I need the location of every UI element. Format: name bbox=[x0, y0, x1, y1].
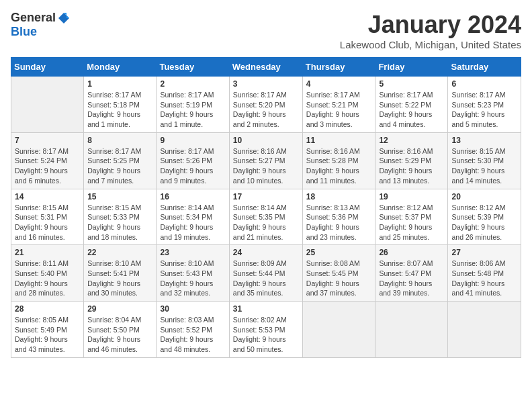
day-info: Sunrise: 8:10 AMSunset: 5:43 PMDaylight:… bbox=[160, 259, 214, 297]
day-cell: 22 Sunrise: 8:10 AMSunset: 5:41 PMDaylig… bbox=[84, 245, 157, 302]
day-cell: 15 Sunrise: 8:15 AMSunset: 5:33 PMDaylig… bbox=[84, 189, 157, 245]
day-info: Sunrise: 8:12 AMSunset: 5:37 PMDaylight:… bbox=[379, 203, 433, 241]
day-cell: 10 Sunrise: 8:16 AMSunset: 5:27 PMDaylig… bbox=[229, 132, 302, 189]
logo-blue-text: Blue bbox=[11, 25, 37, 38]
location: Lakewood Club, Michigan, United States bbox=[340, 39, 521, 50]
day-cell: 4 Sunrise: 8:17 AMSunset: 5:21 PMDayligh… bbox=[302, 77, 375, 133]
day-info: Sunrise: 8:17 AMSunset: 5:19 PMDaylight:… bbox=[160, 91, 214, 128]
day-number: 19 bbox=[379, 192, 444, 201]
day-info: Sunrise: 8:17 AMSunset: 5:23 PMDaylight:… bbox=[451, 91, 505, 128]
day-info: Sunrise: 8:14 AMSunset: 5:35 PMDaylight:… bbox=[233, 203, 287, 241]
day-number: 6 bbox=[451, 79, 517, 89]
day-number: 28 bbox=[15, 304, 80, 314]
day-cell: 8 Sunrise: 8:17 AMSunset: 5:25 PMDayligh… bbox=[84, 132, 157, 189]
day-cell: 19 Sunrise: 8:12 AMSunset: 5:37 PMDaylig… bbox=[375, 189, 448, 245]
day-number: 3 bbox=[233, 79, 299, 89]
day-cell: 16 Sunrise: 8:14 AMSunset: 5:34 PMDaylig… bbox=[157, 189, 229, 245]
week-row-3: 21 Sunrise: 8:11 AMSunset: 5:40 PMDaylig… bbox=[11, 245, 521, 302]
day-info: Sunrise: 8:13 AMSunset: 5:36 PMDaylight:… bbox=[306, 203, 360, 241]
day-number: 9 bbox=[160, 136, 225, 145]
header-day-saturday: Saturday bbox=[448, 58, 521, 77]
day-cell: 14 Sunrise: 8:15 AMSunset: 5:31 PMDaylig… bbox=[11, 189, 84, 245]
month-title: January 2024 bbox=[340, 11, 521, 39]
day-cell: 6 Sunrise: 8:17 AMSunset: 5:23 PMDayligh… bbox=[448, 77, 521, 133]
day-cell: 2 Sunrise: 8:17 AMSunset: 5:19 PMDayligh… bbox=[157, 77, 229, 133]
calendar-table: SundayMondayTuesdayWednesdayThursdayFrid… bbox=[11, 57, 521, 358]
day-info: Sunrise: 8:17 AMSunset: 5:22 PMDaylight:… bbox=[379, 91, 433, 128]
day-number: 12 bbox=[379, 136, 444, 145]
day-cell: 28 Sunrise: 8:05 AMSunset: 5:49 PMDaylig… bbox=[11, 302, 84, 358]
day-info: Sunrise: 8:12 AMSunset: 5:39 PMDaylight:… bbox=[451, 203, 505, 241]
day-cell bbox=[375, 302, 448, 358]
day-info: Sunrise: 8:17 AMSunset: 5:18 PMDaylight:… bbox=[87, 91, 141, 128]
day-cell: 23 Sunrise: 8:10 AMSunset: 5:43 PMDaylig… bbox=[157, 245, 229, 302]
day-number: 30 bbox=[160, 304, 225, 314]
day-info: Sunrise: 8:02 AMSunset: 5:53 PMDaylight:… bbox=[233, 316, 287, 353]
week-row-1: 7 Sunrise: 8:17 AMSunset: 5:24 PMDayligh… bbox=[11, 132, 521, 189]
day-number: 11 bbox=[306, 136, 372, 145]
day-cell: 7 Sunrise: 8:17 AMSunset: 5:24 PMDayligh… bbox=[11, 132, 84, 189]
day-number: 1 bbox=[87, 79, 152, 89]
day-number: 8 bbox=[87, 136, 152, 145]
day-info: Sunrise: 8:17 AMSunset: 5:20 PMDaylight:… bbox=[233, 91, 287, 128]
header-day-friday: Friday bbox=[375, 58, 448, 77]
logo-icon bbox=[57, 11, 71, 25]
day-number: 25 bbox=[306, 248, 372, 257]
day-cell: 3 Sunrise: 8:17 AMSunset: 5:20 PMDayligh… bbox=[229, 77, 302, 133]
day-info: Sunrise: 8:16 AMSunset: 5:27 PMDaylight:… bbox=[233, 147, 287, 185]
day-cell: 13 Sunrise: 8:15 AMSunset: 5:30 PMDaylig… bbox=[448, 132, 521, 189]
day-cell: 9 Sunrise: 8:17 AMSunset: 5:26 PMDayligh… bbox=[157, 132, 229, 189]
day-number: 15 bbox=[87, 192, 152, 201]
day-info: Sunrise: 8:15 AMSunset: 5:30 PMDaylight:… bbox=[451, 147, 505, 185]
day-info: Sunrise: 8:11 AMSunset: 5:40 PMDaylight:… bbox=[15, 259, 69, 297]
day-cell: 25 Sunrise: 8:08 AMSunset: 5:45 PMDaylig… bbox=[302, 245, 375, 302]
day-number: 2 bbox=[160, 79, 225, 89]
day-info: Sunrise: 8:03 AMSunset: 5:52 PMDaylight:… bbox=[160, 316, 214, 353]
day-cell: 11 Sunrise: 8:16 AMSunset: 5:28 PMDaylig… bbox=[302, 132, 375, 189]
day-number: 23 bbox=[160, 248, 225, 257]
day-cell: 1 Sunrise: 8:17 AMSunset: 5:18 PMDayligh… bbox=[84, 77, 157, 133]
day-number: 20 bbox=[451, 192, 517, 201]
day-cell: 27 Sunrise: 8:06 AMSunset: 5:48 PMDaylig… bbox=[448, 245, 521, 302]
day-info: Sunrise: 8:04 AMSunset: 5:50 PMDaylight:… bbox=[87, 316, 141, 353]
header-day-sunday: Sunday bbox=[11, 58, 84, 77]
header-day-tuesday: Tuesday bbox=[157, 58, 229, 77]
day-cell: 12 Sunrise: 8:16 AMSunset: 5:29 PMDaylig… bbox=[375, 132, 448, 189]
day-info: Sunrise: 8:16 AMSunset: 5:29 PMDaylight:… bbox=[379, 147, 433, 185]
logo: General Blue bbox=[11, 11, 71, 39]
day-cell: 21 Sunrise: 8:11 AMSunset: 5:40 PMDaylig… bbox=[11, 245, 84, 302]
day-info: Sunrise: 8:16 AMSunset: 5:28 PMDaylight:… bbox=[306, 147, 360, 185]
day-cell: 29 Sunrise: 8:04 AMSunset: 5:50 PMDaylig… bbox=[84, 302, 157, 358]
day-number: 21 bbox=[15, 248, 80, 257]
day-info: Sunrise: 8:05 AMSunset: 5:49 PMDaylight:… bbox=[15, 316, 69, 353]
day-number: 27 bbox=[451, 248, 517, 257]
day-number: 5 bbox=[379, 79, 444, 89]
day-cell: 5 Sunrise: 8:17 AMSunset: 5:22 PMDayligh… bbox=[375, 77, 448, 133]
header-row: SundayMondayTuesdayWednesdayThursdayFrid… bbox=[11, 58, 521, 77]
header-day-wednesday: Wednesday bbox=[229, 58, 302, 77]
week-row-0: 1 Sunrise: 8:17 AMSunset: 5:18 PMDayligh… bbox=[11, 77, 521, 133]
day-cell bbox=[448, 302, 521, 358]
day-info: Sunrise: 8:17 AMSunset: 5:21 PMDaylight:… bbox=[306, 91, 360, 128]
day-info: Sunrise: 8:08 AMSunset: 5:45 PMDaylight:… bbox=[306, 259, 360, 297]
day-number: 18 bbox=[306, 192, 372, 201]
title-section: January 2024 Lakewood Club, Michigan, Un… bbox=[340, 11, 521, 50]
header-day-thursday: Thursday bbox=[302, 58, 375, 77]
day-number: 31 bbox=[233, 304, 299, 314]
day-number: 16 bbox=[160, 192, 225, 201]
day-info: Sunrise: 8:10 AMSunset: 5:41 PMDaylight:… bbox=[87, 259, 141, 297]
day-info: Sunrise: 8:17 AMSunset: 5:25 PMDaylight:… bbox=[87, 147, 141, 185]
day-info: Sunrise: 8:15 AMSunset: 5:33 PMDaylight:… bbox=[87, 203, 141, 241]
header: General Blue January 2024 Lakewood Club,… bbox=[11, 11, 521, 50]
day-number: 4 bbox=[306, 79, 372, 89]
day-cell: 17 Sunrise: 8:14 AMSunset: 5:35 PMDaylig… bbox=[229, 189, 302, 245]
day-info: Sunrise: 8:09 AMSunset: 5:44 PMDaylight:… bbox=[233, 259, 287, 297]
day-cell bbox=[11, 77, 84, 133]
day-info: Sunrise: 8:15 AMSunset: 5:31 PMDaylight:… bbox=[15, 203, 69, 241]
day-number: 22 bbox=[87, 248, 152, 257]
day-number: 26 bbox=[379, 248, 444, 257]
day-cell: 26 Sunrise: 8:07 AMSunset: 5:47 PMDaylig… bbox=[375, 245, 448, 302]
day-info: Sunrise: 8:06 AMSunset: 5:48 PMDaylight:… bbox=[451, 259, 505, 297]
calendar-container: General Blue January 2024 Lakewood Club,… bbox=[0, 0, 532, 363]
day-number: 14 bbox=[15, 192, 80, 201]
